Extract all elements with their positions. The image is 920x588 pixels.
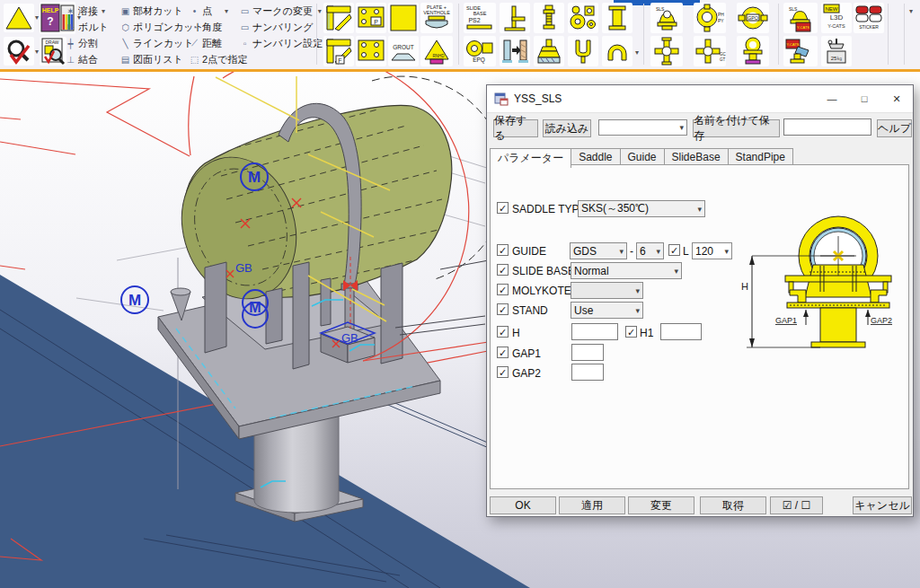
washer-nut-button[interactable] [568, 3, 598, 33]
guide-checkbox[interactable]: ✓ [497, 244, 509, 256]
gap2-input[interactable] [571, 364, 604, 381]
u-bolt-button[interactable] [602, 36, 632, 66]
check-view-button[interactable] [4, 37, 34, 66]
gusset-bracket-f-button[interactable]: F [323, 36, 354, 66]
saddle-type-checkbox[interactable]: ✓ [497, 202, 509, 214]
change-button[interactable]: 変更 [628, 496, 694, 514]
column-button[interactable] [602, 3, 632, 33]
cmd-point[interactable]: •点▾ [189, 4, 228, 18]
apply-button[interactable]: 適用 [559, 496, 625, 514]
name-input[interactable] [783, 118, 871, 136]
cmd-numbering-settings[interactable]: ▫ナンバリン設定▾ [239, 36, 332, 50]
column-replace-button[interactable] [500, 36, 530, 66]
gusset-bracket-button[interactable] [323, 3, 354, 33]
ph-py-clamp-button[interactable]: PHPY [694, 3, 726, 33]
sticker-button[interactable]: STICKER [854, 3, 884, 33]
cmd-two-point[interactable]: ⬚2点で指定 [189, 52, 247, 66]
maximize-button[interactable]: □ [848, 86, 880, 112]
cmd-join[interactable]: ⊥結合 [65, 52, 98, 66]
l-checkbox[interactable]: ✓ [668, 244, 680, 256]
tab-parameters[interactable]: パラメーター [490, 148, 571, 168]
close-button[interactable]: ✕ [880, 86, 913, 112]
gap1-checkbox[interactable]: ✓ [497, 347, 509, 358]
fork-support-button[interactable] [568, 36, 598, 66]
application-window: ▾ HELP ? ▾ ▾ DRAW [0, 0, 920, 588]
anchor-button[interactable] [534, 36, 564, 66]
cancel-button[interactable]: キャンセル [853, 496, 912, 514]
slide-base-ps2-button[interactable]: SLIDEBASEPS2 [464, 3, 496, 33]
cmd-angle[interactable]: ◔角度 [189, 20, 222, 34]
sls-saddle-button[interactable]: SLS [650, 3, 683, 33]
sls-ycats-button[interactable]: SLSY-CATS [783, 3, 818, 33]
h1-input[interactable] [660, 323, 702, 340]
check-toggle-button[interactable]: ☑ / ☐ [770, 496, 823, 514]
cmd-drawing-list[interactable]: ▤図面リスト [119, 52, 183, 66]
plain-plate-button[interactable] [388, 3, 419, 33]
saddle-stand-button[interactable] [737, 36, 769, 66]
molykote-checkbox[interactable]: ✓ [497, 284, 509, 295]
saddle-type-combobox[interactable]: SKS(～350℃)▾ [578, 200, 705, 217]
rnhd-button[interactable]: RNHD [420, 36, 453, 66]
h-checkbox[interactable]: ✓ [497, 326, 509, 338]
cross-support-gc-gt-button[interactable]: GCGT [694, 36, 726, 66]
minimize-button[interactable]: — [816, 86, 848, 112]
h-input[interactable] [571, 323, 618, 340]
stand-combobox[interactable]: Use▾ [571, 302, 643, 319]
stand-checkbox[interactable]: ✓ [497, 303, 509, 315]
weight-25kg-button[interactable]: 25㎏ [821, 36, 852, 66]
base-plate-button[interactable] [356, 36, 386, 66]
toolbar-overflow-caret-icon[interactable]: ▾ [909, 7, 913, 15]
preset-combobox[interactable]: ▾ [598, 119, 687, 136]
cmd-bolt[interactable]: ⊪ボルト [65, 20, 109, 34]
sls-ycats-icon: SLSY-CATS [783, 3, 818, 33]
dropdown-caret-icon[interactable]: ▾ [102, 7, 105, 15]
l-label: L [683, 245, 689, 258]
cmd-line-cut[interactable]: ╲ラインカット [119, 36, 194, 50]
ycats-support-button[interactable]: Y-CATS [783, 36, 818, 66]
dialog-title-bar[interactable]: YSS_SLS — □ ✕ [487, 85, 913, 113]
gpo-clamp-button[interactable]: GPO [737, 3, 769, 33]
help-button[interactable]: ヘルプ [877, 119, 912, 137]
load-button[interactable]: 読み込み [543, 119, 591, 137]
guide-size-combobox[interactable]: 6▾ [636, 242, 664, 259]
plate-venthole-button[interactable]: PLATE +VENTHOLE [420, 3, 453, 33]
epq-button[interactable]: EPQ [464, 36, 496, 66]
save-button[interactable]: 保存する [493, 119, 538, 137]
cmd-numbering[interactable]: ▭ナンバリング▾ [239, 20, 328, 34]
grout-button[interactable]: GROUT [388, 36, 419, 66]
dropdown-caret-icon[interactable]: ▾ [35, 48, 39, 56]
dropdown-caret-icon[interactable]: ▾ [318, 7, 322, 15]
cmd-label: マークの変更 [252, 4, 313, 18]
cmd-member-cut[interactable]: ▣部材カット [119, 4, 183, 18]
cmd-weld[interactable]: ✶溶接▾ [65, 4, 105, 18]
cross-support-button[interactable] [650, 36, 683, 66]
gap1-input[interactable] [571, 344, 604, 361]
dropdown-caret-icon[interactable]: ▾ [635, 48, 639, 57]
base-plate-p-button[interactable]: P [356, 3, 386, 33]
molykote-combobox[interactable]: ▾ [571, 282, 643, 299]
slide-base-value: Normal [574, 265, 609, 277]
cmd-mark-change[interactable]: ▭マークの変更▾ [239, 4, 322, 18]
h1-checkbox[interactable]: ✓ [625, 326, 637, 338]
ok-button[interactable]: OK [490, 496, 556, 514]
drawing-check-button[interactable]: DRAW [40, 37, 66, 66]
dropdown-caret-icon[interactable]: ▾ [225, 7, 228, 15]
warning-triangle-button[interactable] [4, 4, 34, 32]
get-button[interactable]: 取得 [700, 496, 766, 514]
cmd-split[interactable]: ┿分割 [65, 36, 98, 50]
slide-base-combobox[interactable]: Normal▾ [571, 262, 682, 279]
cmd-distance[interactable]: ⟋距離 [189, 36, 222, 50]
dropdown-caret-icon[interactable]: ▾ [35, 13, 39, 22]
gap2-checkbox[interactable]: ✓ [497, 366, 509, 378]
l3d-text: L3D [830, 13, 844, 22]
new-l3d-ycats-button[interactable]: NEWL3DY-CATS [821, 3, 852, 33]
gap1-label: GAP1 [512, 347, 541, 360]
save-as-button[interactable]: 名前を付けて保存 [693, 119, 780, 137]
slide-base-checkbox[interactable]: ✓ [497, 264, 509, 276]
bolt-assembly-button[interactable] [534, 3, 564, 33]
guide-type-combobox[interactable]: GDS▾ [570, 242, 627, 259]
gap2-dimension-label: GAP2 [871, 316, 892, 325]
l-value-combobox[interactable]: 120▾ [692, 242, 732, 259]
angle-guide-button[interactable] [500, 3, 530, 33]
gusset-bracket-f-icon: F [323, 36, 354, 66]
